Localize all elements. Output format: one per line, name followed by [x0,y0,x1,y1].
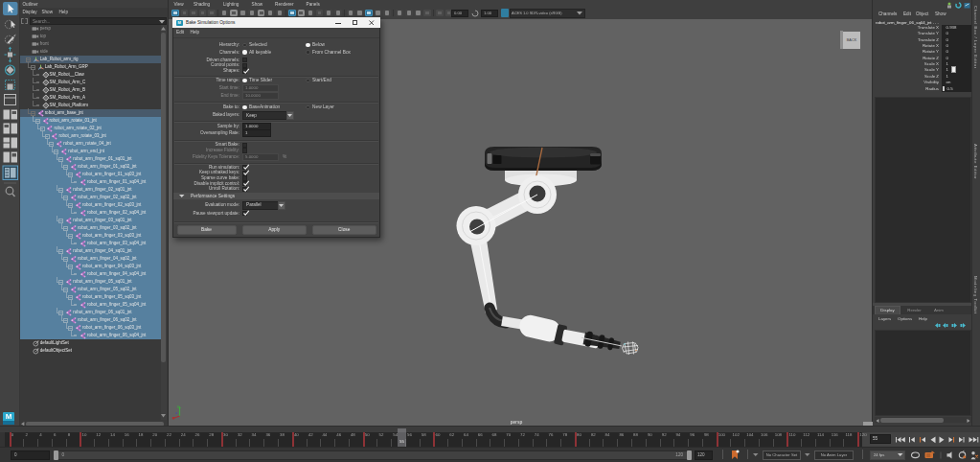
svg-text:z: z [175,410,177,415]
